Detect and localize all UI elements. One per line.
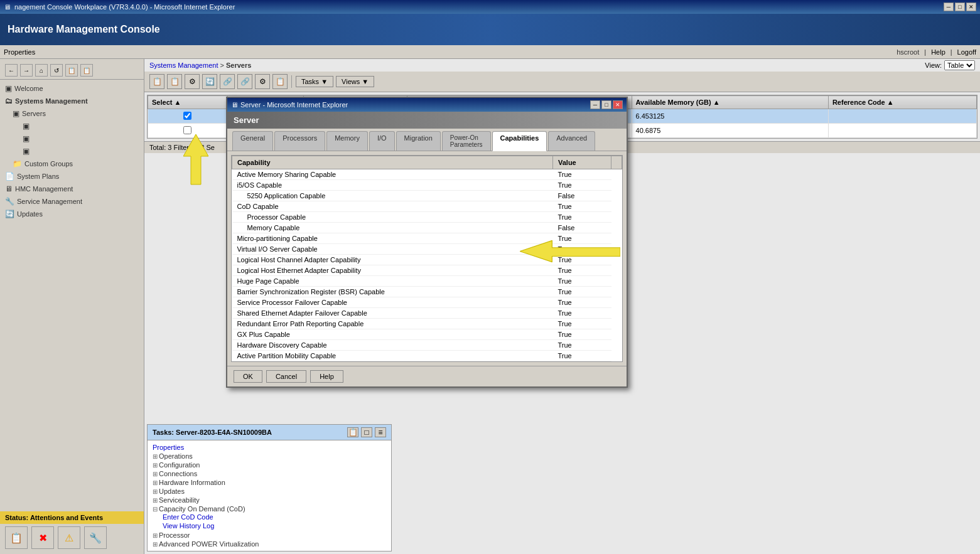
sidebar-item-server2[interactable]: ▣ <box>0 132 144 145</box>
toolbar-btn-3[interactable]: ⚙ <box>185 74 200 89</box>
task-properties[interactable]: Properties <box>153 443 386 452</box>
tab-advanced[interactable]: Advanced <box>548 131 595 151</box>
row2-memory: 40.6875 <box>632 124 828 138</box>
tab-migration[interactable]: Migration <box>396 131 441 151</box>
logoff-menu[interactable]: Logoff <box>957 48 976 56</box>
toolbar-btn-6[interactable]: 🔗 <box>237 74 252 89</box>
tab-io[interactable]: I/O <box>369 131 395 151</box>
tasks-icon-2[interactable]: □ <box>361 427 372 437</box>
main-toolbar: 📋 📋 ⚙ 🔄 🔗 🔗 ⚙ 📋 Tasks ▼ Views ▼ <box>144 72 980 92</box>
modal-cancel-button[interactable]: Cancel <box>266 370 306 383</box>
sidebar-item-system-plans[interactable]: 📄 System Plans <box>0 170 144 183</box>
toolbar-btn-1[interactable]: 📋 <box>149 74 164 89</box>
home-button[interactable]: ⌂ <box>35 64 48 77</box>
sidebar-item-service-management[interactable]: 🔧 Service Management <box>0 195 144 208</box>
sidebar-item-server1[interactable]: ▣ <box>0 120 144 132</box>
task-group-operations[interactable]: ⊞ Operations <box>153 452 386 461</box>
sidebar-item-systems-management[interactable]: 🗂 Systems Management <box>0 95 144 107</box>
sidebar-item-servers[interactable]: ▣ Servers <box>0 107 144 120</box>
views-dropdown[interactable]: Views ▼ <box>336 76 374 87</box>
col-select[interactable]: Select ▲ <box>148 96 228 109</box>
servers-label: Servers <box>22 110 46 117</box>
task-group-cod[interactable]: ⊟ Capacity On Demand (CoD) Enter CoD Cod… <box>153 504 386 531</box>
tasks-dropdown[interactable]: Tasks ▼ <box>296 76 333 87</box>
cap-col-capability[interactable]: Capability <box>232 156 553 169</box>
task-group-connections[interactable]: ⊞ Connections <box>153 469 386 478</box>
toolbar-btn-4[interactable]: 🔄 <box>202 74 217 89</box>
servers-expand-icon: ▣ <box>13 109 19 118</box>
row2-select[interactable] <box>148 124 228 138</box>
modal-help-button[interactable]: Help <box>310 370 343 383</box>
toolbar-btn-5[interactable]: 🔗 <box>220 74 235 89</box>
sidebar-item-welcome[interactable]: ▣ Welcome <box>0 82 144 95</box>
tasks-icon-3[interactable]: ≡ <box>375 427 386 437</box>
task-group-processor[interactable]: ⊞ Processor <box>153 531 386 540</box>
tab-processors[interactable]: Processors <box>274 131 325 151</box>
systems-management-label: Systems Management <box>15 97 88 105</box>
tasks-icon-1[interactable]: 📋 <box>347 427 358 437</box>
properties-menu[interactable]: Properties <box>4 48 35 56</box>
task-group-serviceability[interactable]: ⊞ Serviceability <box>153 496 386 504</box>
title-bar: 🖥 nagement Console Workplace (V7R3.4.0.0… <box>0 0 980 14</box>
sidebar-item-updates[interactable]: 🔄 Updates <box>0 208 144 220</box>
task-group-hardware-info[interactable]: ⊞ Hardware Information <box>153 478 386 487</box>
tab-memory[interactable]: Memory <box>326 131 368 151</box>
modal-minimize-button[interactable]: ─ <box>590 100 600 109</box>
title-bar-buttons[interactable]: ─ □ ✕ <box>944 3 976 11</box>
copy-button[interactable]: 📋 <box>65 64 78 77</box>
cap-value-cell: True <box>553 287 611 297</box>
minimize-button[interactable]: ─ <box>944 3 954 11</box>
tasks-content: Properties ⊞ Operations ⊞ Configuration <box>148 440 391 551</box>
help-menu[interactable]: Help <box>931 48 945 56</box>
close-button[interactable]: ✕ <box>966 3 976 11</box>
status-icon-error[interactable]: ✖ <box>31 526 54 549</box>
nav-buttons: ← → ⌂ ↺ 📋 📋 <box>0 61 144 80</box>
status-icon-list[interactable]: 📋 <box>5 526 28 549</box>
row1-select[interactable] <box>148 109 228 124</box>
view-selector[interactable]: Table <box>944 60 975 70</box>
col-memory[interactable]: Available Memory (GB) ▲ <box>632 96 828 109</box>
cap-value-cell: True <box>553 340 611 351</box>
tab-general[interactable]: General <box>232 131 273 151</box>
status-bar: Status: Attentions and Events <box>0 511 144 524</box>
tab-capabilities[interactable]: Capabilities <box>492 131 547 151</box>
modal-close-button[interactable]: ✕ <box>613 100 623 109</box>
breadcrumb-current: Servers <box>226 61 251 69</box>
cap-capability-cell: Huge Page Capable <box>232 276 553 287</box>
maximize-button[interactable]: □ <box>955 3 965 11</box>
task-group-updates[interactable]: ⊞ Updates <box>153 487 386 496</box>
modal-maximize-button[interactable]: □ <box>601 100 611 109</box>
tab-power-on-parameters[interactable]: Power-OnParameters <box>442 131 491 151</box>
sidebar-item-server3[interactable]: ▣ <box>0 145 144 157</box>
cap-capability-cell: Hardware Discovery Capable <box>232 340 553 351</box>
cap-table-row: i5/OS CapableTrue <box>232 180 622 191</box>
back-button[interactable]: ← <box>5 64 18 77</box>
modal-ok-button[interactable]: OK <box>234 370 262 383</box>
cap-col-value[interactable]: Value <box>553 156 611 169</box>
col-ref-code[interactable]: Reference Code ▲ <box>828 96 976 109</box>
row2-checkbox[interactable] <box>183 126 191 134</box>
toolbar-btn-2[interactable]: 📋 <box>167 74 182 89</box>
cap-value-cell: True <box>553 233 611 244</box>
row1-checkbox[interactable] <box>183 112 191 120</box>
sidebar-item-hmc-management[interactable]: 🖥 HMC Management <box>0 183 144 195</box>
forward-button[interactable]: → <box>20 64 33 77</box>
menu-bar-right: hscroot | Help | Logoff <box>897 48 976 56</box>
modal-title-buttons[interactable]: ─ □ ✕ <box>590 100 623 109</box>
cap-value-cell: True <box>553 351 611 361</box>
toolbar-btn-7[interactable]: ⚙ <box>255 74 270 89</box>
task-view-history-log[interactable]: View History Log <box>163 521 386 530</box>
status-icon-tool[interactable]: 🔧 <box>84 526 107 549</box>
toolbar-btn-8[interactable]: 📋 <box>272 74 288 89</box>
status-icon-warning[interactable]: ⚠ <box>58 526 80 549</box>
task-group-configuration[interactable]: ⊞ Configuration <box>153 461 386 469</box>
task-group-advanced-power[interactable]: ⊞ Advanced POWER Virtualization <box>153 540 386 548</box>
task-enter-cod-code[interactable]: Enter CoD Code <box>163 513 386 521</box>
breadcrumb-systems-management[interactable]: Systems Management <box>149 61 218 69</box>
paste-button[interactable]: 📋 <box>80 64 93 77</box>
cap-table-row: Service Processor Failover CapableTrue <box>232 297 622 308</box>
cap-value-cell: True <box>553 329 611 340</box>
cap-capability-cell: CoD Capable <box>232 201 553 212</box>
sidebar-item-custom-groups[interactable]: 📁 Custom Groups <box>0 157 144 170</box>
refresh-button[interactable]: ↺ <box>50 64 63 77</box>
